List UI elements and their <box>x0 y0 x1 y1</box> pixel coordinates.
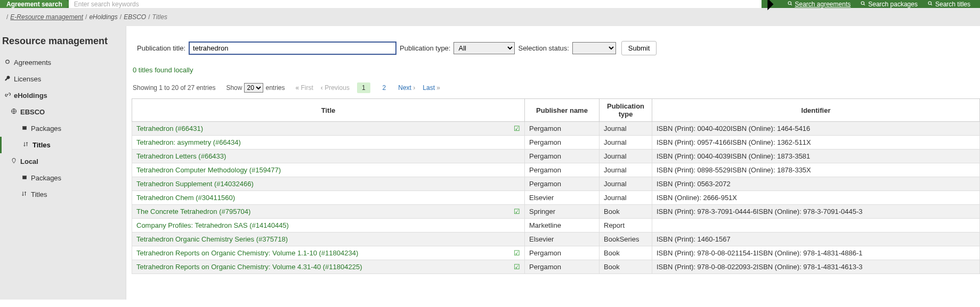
col-header[interactable]: Title <box>132 99 525 122</box>
title-link[interactable]: Tetrahedron Supplement (#14032466) <box>136 180 254 188</box>
topbar-go-button[interactable] <box>762 0 777 8</box>
sidebar-item-label: EBSCO <box>20 108 45 116</box>
topbar-link[interactable]: Search agreements <box>787 1 851 8</box>
pager-page[interactable]: 1 <box>357 82 370 93</box>
pub-type-select[interactable]: All <box>453 42 515 54</box>
pager-first[interactable]: « First <box>296 84 313 92</box>
identifier-cell: ISBN (Online): 2666-951X <box>652 191 980 205</box>
publisher-cell: Pergamon <box>525 246 600 260</box>
title-cell: Tetrahedron: asymmetry (#66434) <box>132 136 525 150</box>
title-cell: Tetrahedron Reports on Organic Chemistry… <box>132 260 525 274</box>
title-cell: Tetrahedron Computer Methodology (#15947… <box>132 163 525 177</box>
sidebar-item-eholdings[interactable]: eHoldings <box>0 87 126 104</box>
sidebar-item-packages[interactable]: Packages <box>0 170 126 186</box>
col-header[interactable]: Publication type <box>600 99 652 122</box>
sidebar-item-label: Local <box>20 157 38 165</box>
breadcrumb: /E-Resource management/eHoldings/EBSCO/T… <box>0 8 980 26</box>
title-cell: The Concrete Tetrahedron (#795704)☑ <box>132 205 525 219</box>
arrow-right-icon <box>762 0 777 12</box>
title-link[interactable]: The Concrete Tetrahedron (#795704) <box>136 208 250 215</box>
selection-status-select[interactable] <box>572 42 616 54</box>
type-cell: Book <box>600 205 652 219</box>
pager-next[interactable]: Next › <box>398 84 415 92</box>
topbar-mode-label: Agreement search <box>0 0 69 8</box>
identifier-cell: ISBN (Print): 1460-1567 <box>652 233 980 246</box>
title-cell: Tetrahedron Letters (#66433) <box>132 150 525 163</box>
type-cell: Journal <box>600 191 652 205</box>
title-cell: Tetrahedron Reports on Organic Chemistry… <box>132 246 525 260</box>
pin-icon <box>11 157 17 165</box>
table-row: Tetrahedron Reports on Organic Chemistry… <box>132 260 980 274</box>
pub-type-label: Publication type: <box>400 44 450 52</box>
identifier-cell: ISBN (Print): 0957-4166ISBN (Online): 13… <box>652 136 980 150</box>
search-icon <box>787 1 793 8</box>
title-link[interactable]: Company Profiles: Tetrahedron SAS (#1414… <box>136 221 289 229</box>
chevron-left-icon: ‹ <box>321 84 325 92</box>
breadcrumb-item[interactable]: E-Resource management <box>10 13 83 21</box>
type-cell: Journal <box>600 122 652 136</box>
breadcrumb-item: eHoldings <box>89 13 117 21</box>
sidebar-item-label: Titles <box>33 141 51 149</box>
topbar-search-input[interactable] <box>74 1 756 8</box>
table-row: Tetrahedron Supplement (#14032466)Pergam… <box>132 177 980 191</box>
identifier-cell: ISBN (Print): 0563-2072 <box>652 177 980 191</box>
pager-prev[interactable]: ‹ Previous <box>321 84 350 92</box>
main-content: Publication title: Publication type: All… <box>126 26 980 300</box>
type-cell: Book <box>600 246 652 260</box>
topbar-links: Search agreementsSearch packagesSearch t… <box>777 0 981 8</box>
table-row: The Concrete Tetrahedron (#795704)☑Sprin… <box>132 205 980 219</box>
sidebar-item-ebsco[interactable]: EBSCO <box>0 104 126 120</box>
package-icon <box>21 174 28 182</box>
sidebar: Resource management AgreementsLicenseseH… <box>0 26 126 300</box>
type-cell: Book <box>600 260 652 274</box>
check-icon: ☑ <box>514 263 520 271</box>
pager-last[interactable]: Last » <box>423 84 440 92</box>
publisher-cell: Elsevier <box>525 191 600 205</box>
type-cell: Report <box>600 219 652 233</box>
table-row: Tetrahedron (#66431)☑PergamonJournalISBN… <box>132 122 980 136</box>
sidebar-item-local[interactable]: Local <box>0 153 126 170</box>
col-header[interactable]: Identifier <box>652 99 980 122</box>
sidebar-heading: Resource management <box>0 36 126 54</box>
sidebar-item-titles[interactable]: Titles <box>0 186 126 203</box>
show-entries-select[interactable]: 20 <box>244 83 263 93</box>
submit-button[interactable]: Submit <box>621 41 657 55</box>
sidebar-item-titles[interactable]: Titles <box>0 137 126 153</box>
table-row: Tetrahedron: asymmetry (#66434)PergamonJ… <box>132 136 980 150</box>
sidebar-item-licenses[interactable]: Licenses <box>0 71 126 87</box>
sidebar-item-label: Titles <box>31 190 47 198</box>
breadcrumb-item: Titles <box>152 13 168 21</box>
type-cell: Journal <box>600 136 652 150</box>
title-link[interactable]: Tetrahedron Letters (#66433) <box>136 152 226 160</box>
table-row: Tetrahedron Computer Methodology (#15947… <box>132 163 980 177</box>
svg-point-0 <box>788 2 791 5</box>
sort-icon <box>23 141 29 149</box>
title-cell: Tetrahedron (#66431)☑ <box>132 122 525 136</box>
topbar-search-wrap <box>69 0 762 8</box>
title-link[interactable]: Tetrahedron Reports on Organic Chemistry… <box>136 263 362 271</box>
topbar-link[interactable]: Search packages <box>860 1 918 8</box>
selection-status-label: Selection status: <box>518 44 569 52</box>
identifier-cell: ISBN (Print): 978-0-08-022093-2ISBN (Onl… <box>652 260 980 274</box>
topbar-link-label: Search titles <box>935 1 970 8</box>
svg-rect-7 <box>22 176 27 177</box>
sidebar-item-packages[interactable]: Packages <box>0 120 126 137</box>
identifier-cell: ISBN (Print): 0040-4020ISBN (Online): 14… <box>652 122 980 136</box>
title-link[interactable]: Tetrahedron Computer Methodology (#15947… <box>136 166 281 174</box>
topbar-link[interactable]: Search titles <box>927 1 970 8</box>
type-cell: Journal <box>600 163 652 177</box>
sidebar-item-agreements[interactable]: Agreements <box>0 54 126 71</box>
pub-title-input[interactable] <box>189 42 396 55</box>
title-link[interactable]: Tetrahedron Chem (#30411560) <box>136 194 235 202</box>
title-link[interactable]: Tetrahedron (#66431) <box>136 125 203 132</box>
svg-point-1 <box>861 2 864 5</box>
title-cell: Tetrahedron Supplement (#14032466) <box>132 177 525 191</box>
show-label-post: entries <box>265 84 285 92</box>
title-link[interactable]: Tetrahedron Reports on Organic Chemistry… <box>136 249 358 257</box>
link-icon <box>4 92 11 99</box>
title-link[interactable]: Tetrahedron Organic Chemistry Series (#3… <box>136 235 288 243</box>
search-card: Publication title: Publication type: All… <box>132 37 975 60</box>
title-link[interactable]: Tetrahedron: asymmetry (#66434) <box>136 138 241 146</box>
col-header[interactable]: Publisher name <box>525 99 600 122</box>
pager-page[interactable]: 2 <box>378 82 391 93</box>
